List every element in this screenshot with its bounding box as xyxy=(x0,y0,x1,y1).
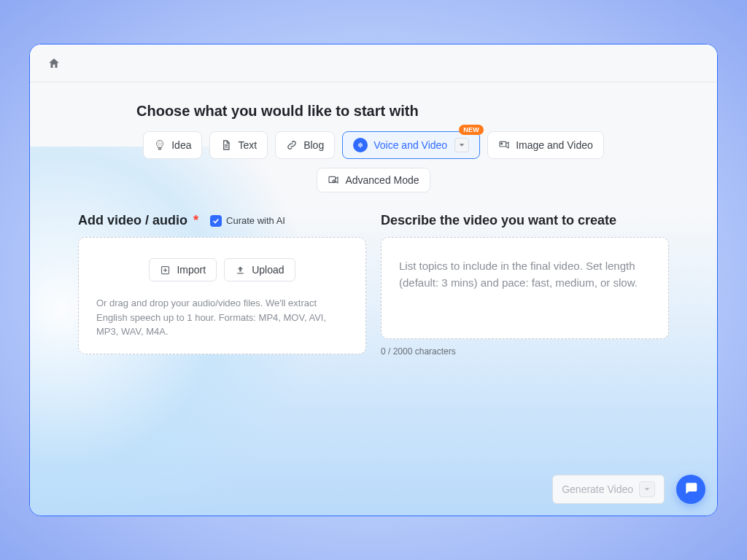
curate-label: Curate with AI xyxy=(226,215,285,226)
new-badge: NEW xyxy=(459,125,484,135)
page-title: Choose what you would like to start with xyxy=(136,103,669,120)
svg-point-2 xyxy=(501,143,503,144)
required-marker: * xyxy=(193,213,198,228)
main-content: Choose what you would like to start with… xyxy=(30,82,717,357)
advanced-icon xyxy=(328,174,339,186)
tab-blog[interactable]: Blog xyxy=(275,131,335,159)
generate-video-dropdown[interactable] xyxy=(639,481,655,497)
tab-image-video-label: Image and Video xyxy=(516,139,593,151)
right-column: Describe the video you want to create Li… xyxy=(381,213,669,357)
chat-icon xyxy=(684,481,698,498)
footer-actions: Generate Video xyxy=(552,475,665,504)
start-tabs-row-2: Advanced Mode xyxy=(78,168,669,192)
upload-buttons-row: Import Upload xyxy=(96,258,348,281)
left-section-title: Add video / audio xyxy=(78,213,187,228)
tab-text[interactable]: Text xyxy=(209,131,268,159)
image-video-icon xyxy=(498,139,510,151)
left-column: Add video / audio * Curate with AI xyxy=(78,213,366,357)
tab-text-label: Text xyxy=(238,139,257,151)
app-window: Choose what you would like to start with… xyxy=(29,44,718,516)
import-icon xyxy=(160,265,171,276)
checkbox-checked-icon xyxy=(210,215,222,227)
two-column-layout: Add video / audio * Curate with AI xyxy=(78,213,669,357)
home-icon[interactable] xyxy=(47,57,61,70)
svg-point-4 xyxy=(333,180,336,182)
voice-video-dropdown[interactable] xyxy=(454,138,469,152)
link-icon xyxy=(286,139,298,151)
generate-video-label: Generate Video xyxy=(562,483,633,495)
header-bar xyxy=(30,44,717,82)
tab-advanced-label: Advanced Mode xyxy=(345,174,419,186)
voice-icon xyxy=(353,138,368,152)
describe-panel[interactable]: List topics to include in the final vide… xyxy=(381,237,669,339)
chat-fab[interactable] xyxy=(676,475,705,504)
import-button-label: Import xyxy=(177,264,206,276)
tab-advanced-mode[interactable]: Advanced Mode xyxy=(317,168,430,192)
start-tabs-row: Idea Text Blog Voice and Video xyxy=(78,131,669,159)
document-icon xyxy=(220,139,232,151)
curate-with-ai-checkbox[interactable]: Curate with AI xyxy=(210,215,285,227)
upload-icon xyxy=(235,265,246,276)
upload-button-label: Upload xyxy=(252,264,284,276)
tab-blog-label: Blog xyxy=(303,139,324,151)
describe-placeholder: List topics to include in the final vide… xyxy=(399,258,651,291)
left-section-title-row: Add video / audio * Curate with AI xyxy=(78,213,366,228)
generate-video-button[interactable]: Generate Video xyxy=(552,475,665,504)
right-section-title: Describe the video you want to create xyxy=(381,213,616,228)
tab-idea-label: Idea xyxy=(171,139,191,151)
right-section-title-row: Describe the video you want to create xyxy=(381,213,669,228)
tab-voice-video-label: Voice and Video xyxy=(374,139,447,151)
character-counter: 0 / 2000 characters xyxy=(381,346,669,357)
import-button[interactable]: Import xyxy=(149,258,217,281)
svg-point-0 xyxy=(158,142,162,147)
upload-hint: Or drag and drop your audio/video files.… xyxy=(96,296,348,339)
upload-panel[interactable]: Import Upload Or drag and drop your audi… xyxy=(78,237,366,354)
tab-voice-video[interactable]: Voice and Video NEW xyxy=(342,131,480,159)
upload-button[interactable]: Upload xyxy=(224,258,295,281)
tab-idea[interactable]: Idea xyxy=(143,131,202,159)
tab-image-video[interactable]: Image and Video xyxy=(487,131,604,159)
lightbulb-icon xyxy=(154,139,166,151)
